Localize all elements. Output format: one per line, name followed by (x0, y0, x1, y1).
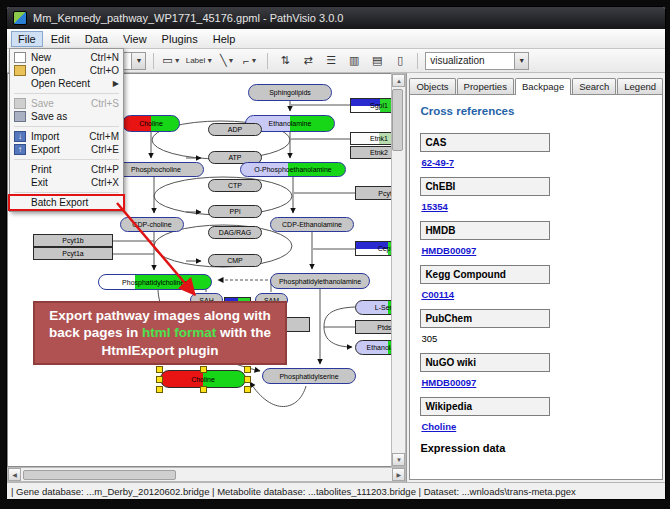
menu-bar: FileEditDataViewPluginsHelp (7, 29, 665, 49)
pathway-node-etnk2[interactable]: Etnk2 (350, 146, 391, 159)
align-vertical-button[interactable]: ⇅ (275, 51, 295, 71)
scroll-left-icon[interactable]: ◀ (8, 468, 21, 481)
pathway-node-phosphatidylethanolamine[interactable]: Phosphatidylethanolamine (270, 273, 370, 289)
toolbar-separator (267, 53, 268, 69)
menu-help[interactable]: Help (206, 31, 243, 47)
export-icon: ↑ (14, 144, 26, 155)
xref-database-name: PubChem (420, 309, 550, 328)
pathway-node-pcyt1b[interactable]: Pcyt1b (33, 234, 113, 247)
pathway-node-pcyt2[interactable]: Pcyt2 (355, 186, 391, 200)
align-horizontal-button[interactable]: ⇄ (298, 51, 318, 71)
vertical-scroll-thumb[interactable] (392, 89, 403, 151)
horizontal-scrollbar[interactable]: ◀ ▶ (7, 467, 406, 482)
pathway-node-ppi[interactable]: PPi (208, 205, 262, 218)
distribute-vertical-button[interactable]: ▥ (344, 51, 364, 71)
menu-item-label: Save (31, 98, 85, 109)
label-tool-button[interactable]: Label▼ (185, 51, 215, 71)
menu-item-save-as[interactable]: Save as (10, 110, 123, 123)
xref-section-chebi: ChEBI15354 (420, 177, 652, 212)
tab-properties[interactable]: Properties (457, 78, 514, 94)
pathway-node-cmp[interactable]: CMP (208, 254, 262, 267)
menu-data[interactable]: Data (78, 31, 115, 47)
selection-handle[interactable] (244, 376, 251, 383)
pathway-node-phosphatidylserine[interactable]: Phosphatidylserine (262, 368, 356, 384)
tab-backpage[interactable]: Backpage (515, 78, 571, 95)
distribute-horizontal-button[interactable]: ☰ (321, 51, 341, 71)
menu-item-save[interactable]: SaveCtrl+S (10, 97, 123, 110)
selection-handle[interactable] (244, 366, 251, 373)
selection-handle[interactable] (200, 386, 207, 393)
pathway-node-dag[interactable]: DAG/RAG (208, 226, 262, 239)
pathway-node-sphingolipids[interactable]: Sphingolipids (248, 84, 332, 101)
xref-database-name: HMDB (420, 221, 550, 240)
chevron-down-icon[interactable]: ▼ (131, 53, 145, 69)
xref-value: 305 (421, 333, 652, 344)
horizontal-scroll-thumb[interactable] (23, 470, 176, 480)
menu-edit[interactable]: Edit (44, 31, 77, 47)
pathway-node-ptdss2[interactable]: Ptdss2 (355, 320, 391, 334)
menu-item-new[interactable]: NewCtrl+N (10, 51, 123, 64)
layout-button[interactable]: ▯ (390, 51, 410, 71)
menu-plugins[interactable]: Plugins (155, 31, 205, 47)
pathway-node-ctp[interactable]: CTP (208, 179, 262, 192)
selection-handle[interactable] (244, 386, 251, 393)
selection-handle[interactable] (156, 386, 163, 393)
callout-text-segment: html format (142, 325, 216, 340)
pathway-node-phosphatidylcholines[interactable]: Phosphatidylcholines (98, 274, 212, 290)
pathway-node-l-serine[interactable]: L-Serine (355, 300, 391, 315)
selection-handle[interactable] (156, 376, 163, 383)
toolbar-separator (153, 53, 154, 69)
xref-link[interactable]: C00114 (421, 289, 454, 300)
xref-link[interactable]: HMDB00097 (421, 245, 476, 256)
menu-item-import[interactable]: ↓ImportCtrl+M (10, 130, 123, 143)
status-text: | Gene database: ...m_Derby_20120602.bri… (11, 486, 576, 497)
save-icon (14, 98, 26, 109)
selection-handle[interactable] (200, 366, 207, 373)
xref-database-name: NuGO wiki (420, 353, 550, 372)
pathway-node-pcyt1a[interactable]: Pcyt1a (33, 247, 113, 260)
scroll-up-icon[interactable]: ▲ (392, 74, 405, 87)
datanode-tool-button[interactable]: ▭▼ (161, 51, 181, 71)
stack-icon: ▤ (372, 54, 382, 67)
menu-item-open-recent[interactable]: Open Recent▶ (10, 77, 123, 90)
menu-item-batch-export[interactable]: Batch Export (10, 196, 123, 209)
pathway-node-cdp-ethanolamine[interactable]: CDP-Ethanolamine (270, 217, 354, 232)
pathway-node-ethanolamine-bottom[interactable]: Ethanolamine (355, 340, 391, 355)
pathway-node-sgpl1[interactable]: Sgpl1 (350, 98, 391, 113)
title-bar[interactable]: Mm_Kennedy_pathway_WP1771_45176.gpml - P… (7, 7, 665, 29)
side-panel-tabs: ObjectsPropertiesBackpageSearchLegend (407, 73, 665, 94)
tab-search[interactable]: Search (572, 78, 616, 94)
menu-item-exit[interactable]: ExitCtrl+X (10, 176, 123, 189)
xref-link[interactable]: 62-49-7 (421, 157, 454, 168)
vertical-scrollbar[interactable]: ▲ ▼ (391, 73, 406, 467)
pathway-node-choline-top[interactable]: Choline (122, 115, 180, 132)
xref-link[interactable]: Choline (421, 421, 456, 432)
scroll-down-icon[interactable]: ▼ (392, 453, 405, 466)
menu-item-shortcut: Ctrl+N (90, 52, 119, 63)
xref-link[interactable]: HMDB00097 (421, 377, 476, 388)
tab-legend[interactable]: Legend (617, 78, 663, 94)
menu-item-print[interactable]: PrintCtrl+P (10, 163, 123, 176)
pathway-node-cdp-choline[interactable]: CDP-choline (120, 217, 184, 232)
visualization-value: visualization (430, 55, 510, 66)
pathway-node-etnk1[interactable]: Etnk1 (350, 132, 391, 145)
pathway-node-o-phosphoethanolamine[interactable]: O-Phosphoethanolamine (240, 162, 346, 177)
menu-item-export[interactable]: ↑ExportCtrl+E (10, 143, 123, 156)
layout-icon: ▯ (397, 54, 403, 67)
line-tool-button[interactable]: ╲▼ (217, 51, 237, 71)
menu-item-shortcut: Ctrl+P (91, 164, 119, 175)
menu-file[interactable]: File (11, 31, 43, 47)
pathway-node-adp[interactable]: ADP (208, 123, 262, 136)
pathway-node-cept1[interactable]: Cept1 (355, 241, 391, 256)
connector-tool-button[interactable]: ⌐▼ (240, 51, 260, 71)
tab-objects[interactable]: Objects (409, 78, 455, 94)
stack-button[interactable]: ▤ (367, 51, 387, 71)
menu-item-open[interactable]: OpenCtrl+O (10, 64, 123, 77)
visualization-combobox[interactable]: visualization ▼ (425, 52, 529, 70)
xref-link[interactable]: 15354 (421, 201, 447, 212)
menu-item-shortcut: Ctrl+E (91, 144, 119, 155)
selection-handle[interactable] (156, 366, 163, 373)
scroll-right-icon[interactable]: ▶ (392, 468, 405, 481)
chevron-down-icon[interactable]: ▼ (514, 53, 528, 69)
menu-view[interactable]: View (116, 31, 154, 47)
